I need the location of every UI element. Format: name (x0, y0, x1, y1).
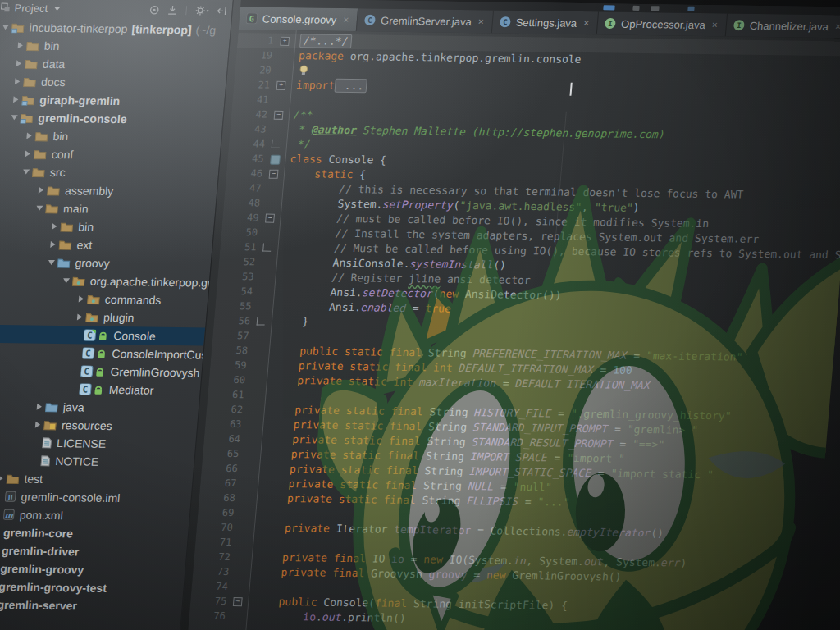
tree-item-pom-xml[interactable]: mpom.xml (0, 504, 190, 526)
line-number: 56 (213, 313, 251, 329)
fold-collapse-icon[interactable]: − (233, 597, 243, 606)
tree-item-label: GremlinGroovysh (110, 365, 200, 380)
line-number: 72 (194, 549, 231, 564)
pkg-icon (71, 276, 85, 286)
groovy-class-icon: G (245, 12, 258, 24)
tree-item-label: src (49, 166, 66, 179)
tree-item-gremlingroovysh[interactable]: CGremlinGroovysh (0, 361, 203, 382)
module-icon (20, 112, 34, 123)
line-number: 67 (200, 476, 238, 491)
tab-console-groovy[interactable]: GConsole.groovy× (239, 7, 359, 31)
tab-close-icon[interactable]: × (583, 17, 590, 29)
java-class-icon: C (499, 16, 511, 28)
tree-item-gremlin-groovy[interactable]: gremlin-groovy (0, 559, 185, 580)
tree-item-label: main (63, 202, 89, 215)
folder-icon (24, 58, 38, 69)
tree-item-gremlin-server[interactable]: gremlin-server (0, 595, 183, 616)
expanded-arrow-icon[interactable] (44, 260, 57, 265)
locate-icon[interactable] (148, 4, 160, 15)
tree-item-test[interactable]: test (0, 468, 193, 490)
folder-icon (58, 240, 72, 250)
tab-close-icon[interactable]: × (834, 21, 840, 32)
hide-panel-icon[interactable] (216, 5, 227, 16)
collapse-all-icon[interactable] (167, 4, 178, 15)
collapsed-arrow-icon[interactable] (12, 60, 25, 66)
expanded-arrow-icon[interactable] (0, 25, 11, 30)
collapsed-arrow-icon[interactable] (9, 96, 22, 103)
tab-opprocessor-java[interactable]: IOpProcessor.java× (597, 11, 728, 36)
tab-gremlinserver-java[interactable]: CGremlinServer.java× (357, 8, 494, 33)
svg-text:C: C (368, 16, 372, 25)
fold-collapse-icon[interactable]: − (265, 214, 275, 223)
tree-item-gremlin-driver[interactable]: gremlin-driver (0, 541, 187, 562)
collapsed-arrow-icon[interactable] (21, 150, 34, 157)
toolbar-icon[interactable] (687, 7, 695, 11)
tree-item-license[interactable]: LICENSE (0, 432, 196, 454)
mavenfile-icon: m (2, 509, 15, 520)
class-gutter-icon[interactable] (270, 155, 281, 165)
gclassrun-icon: C (84, 330, 109, 341)
expanded-arrow-icon[interactable] (60, 278, 73, 283)
fold-end-icon[interactable] (262, 244, 272, 252)
tree-item-label: bin (78, 220, 94, 233)
line-number: 61 (208, 387, 245, 403)
editor-column: GConsole.groovy×CGremlinServer.java×CSet… (183, 0, 840, 630)
collapsed-arrow-icon[interactable] (75, 295, 88, 302)
tab-close-icon[interactable]: × (343, 14, 349, 25)
gclass-icon: C (80, 365, 106, 377)
toolbar-run-icon[interactable] (603, 5, 615, 10)
pkg-icon (86, 294, 100, 304)
collapsed-arrow-icon[interactable] (46, 241, 59, 248)
tree-item-gremlin-groovy-test[interactable]: gremlin-groovy-test (0, 577, 184, 598)
tree-item-notice[interactable]: NOTICE (0, 450, 194, 472)
tree-item-label: docs (41, 75, 66, 89)
fold-expand-icon[interactable]: + (276, 81, 286, 90)
fold-collapse-icon[interactable]: − (269, 170, 279, 179)
collapsed-arrow-icon[interactable] (48, 223, 61, 230)
expanded-arrow-icon[interactable] (7, 115, 21, 120)
line-number: 53 (217, 269, 255, 285)
line-number: 21 (233, 77, 271, 93)
tree-item-resources[interactable]: resources (0, 414, 198, 436)
fold-end-icon[interactable] (272, 140, 281, 148)
tab-close-icon[interactable]: × (711, 19, 718, 30)
line-number: 65 (203, 446, 240, 462)
folder-icon (6, 473, 20, 484)
toolbar-icon[interactable] (651, 6, 660, 11)
toolbar-icon[interactable] (632, 6, 640, 11)
tree-item-java[interactable]: java (0, 396, 199, 418)
collapsed-arrow-icon[interactable] (31, 422, 44, 428)
expanded-arrow-icon[interactable] (20, 169, 33, 174)
editor-body[interactable]: 1+/*...*/19package org.apache.tinkerpop.… (183, 30, 840, 630)
dropdown-caret-icon[interactable] (54, 6, 61, 10)
tab-close-icon[interactable]: × (477, 16, 484, 27)
tree-item-label: LICENSE (57, 436, 107, 450)
line-number: 74 (191, 578, 229, 594)
line-number: 71 (195, 534, 233, 550)
tree-item-mediator[interactable]: CMediator (0, 378, 201, 399)
collapsed-arrow-icon[interactable] (11, 78, 24, 84)
tab-settings-java[interactable]: CSettings.java× (492, 10, 600, 34)
collapsed-arrow-icon[interactable] (14, 42, 27, 48)
line-number: 20 (235, 62, 272, 78)
collapsed-arrow-icon[interactable] (33, 404, 46, 410)
tree-item-gremlin-console-iml[interactable]: JIgremlin-console.iml (0, 486, 192, 508)
fold-expand-icon[interactable]: + (280, 37, 290, 46)
collapsed-arrow-icon[interactable] (34, 187, 48, 194)
line-number: 55 (215, 299, 253, 314)
line-number: 68 (199, 491, 236, 506)
line-number: 60 (208, 372, 246, 388)
tree-item-label: plugin (103, 311, 135, 325)
fold-collapse-icon[interactable]: − (274, 111, 284, 120)
tree-item-gremlin-core[interactable]: gremlin-core (0, 523, 189, 544)
tab-channelizer-java[interactable]: IChannelizer.java× (726, 13, 840, 38)
fold-end-icon[interactable] (257, 317, 266, 325)
code-text: static { (288, 167, 366, 182)
java-class-icon: C (364, 14, 377, 25)
collapsed-arrow-icon[interactable] (73, 313, 86, 320)
expanded-arrow-icon[interactable] (33, 206, 46, 211)
settings-gear-icon[interactable] (194, 5, 209, 16)
tree-item-label: gremlin-core (2, 526, 73, 540)
code-area[interactable]: 1+/*...*/19package org.apache.tinkerpop.… (189, 33, 840, 630)
collapsed-arrow-icon[interactable] (22, 132, 35, 139)
